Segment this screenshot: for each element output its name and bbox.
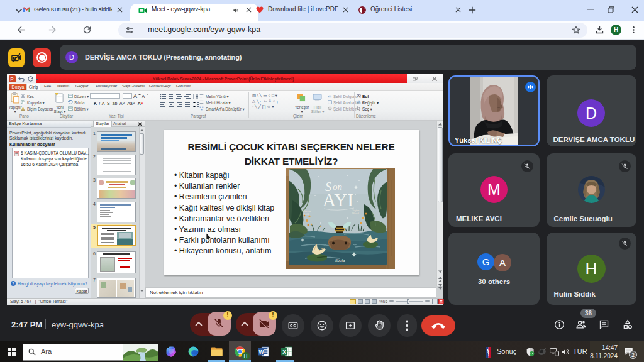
svg-text:AYI: AYI [323, 190, 353, 210]
svg-text:A: A [133, 93, 137, 99]
svg-text:Gold: Gold [303, 212, 309, 216]
svg-text:A: A [142, 94, 145, 99]
svg-text:X: X [282, 349, 286, 355]
svg-text:W: W [259, 349, 264, 355]
svg-text:fibula: fibula [335, 258, 345, 263]
svg-text:Mead: Mead [352, 212, 359, 215]
svg-text:P: P [10, 77, 14, 82]
